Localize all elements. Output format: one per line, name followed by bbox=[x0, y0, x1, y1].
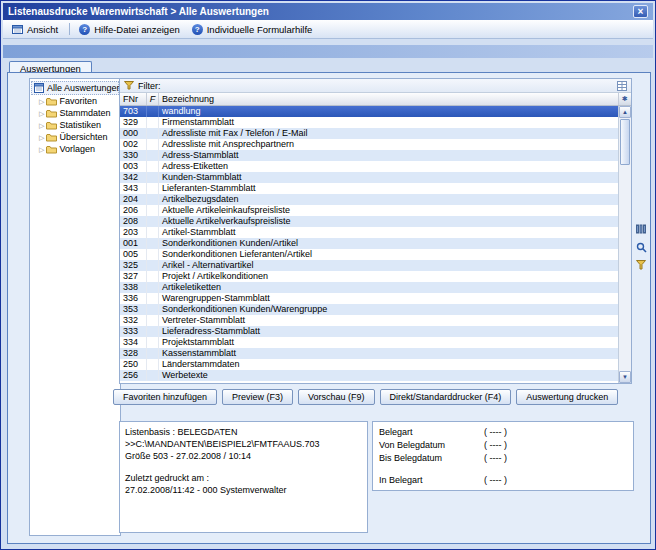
row-fnr: 203 bbox=[120, 227, 147, 238]
table-row[interactable]: 005Sonderkonditionen Lieferanten/Artikel bbox=[120, 249, 618, 260]
column-header-f[interactable]: F bbox=[147, 93, 159, 105]
row-flag bbox=[147, 205, 159, 216]
table-header: FNr F Bezeichnung ✱ bbox=[120, 93, 631, 106]
help-icon: ? bbox=[79, 24, 90, 35]
row-fnr: 000 bbox=[120, 128, 147, 139]
row-flag bbox=[147, 106, 159, 117]
row-flag bbox=[147, 238, 159, 249]
table-row[interactable]: 203Artikel-Stammblatt bbox=[120, 227, 618, 238]
table-row[interactable]: 256Werbetexte bbox=[120, 370, 618, 381]
table-row[interactable]: 333Lieferadress-Stammblatt bbox=[120, 326, 618, 337]
table-row[interactable]: 003Adress-Etiketten bbox=[120, 161, 618, 172]
tree-item-uebersichten[interactable]: ▷ Übersichten bbox=[31, 131, 119, 143]
row-bezeichnung: Warengruppen-Stammblatt bbox=[159, 293, 618, 304]
table-row[interactable]: 327Projekt / Artikelkonditionen bbox=[120, 271, 618, 282]
columns-icon[interactable] bbox=[635, 223, 647, 235]
column-header-bezeichnung[interactable]: Bezeichnung bbox=[159, 93, 618, 105]
ansicht-button[interactable]: Ansicht bbox=[7, 22, 65, 37]
tree-item-vorlagen[interactable]: ▷ Vorlagen bbox=[31, 143, 119, 155]
row-fnr: 328 bbox=[120, 348, 147, 359]
close-button[interactable]: × bbox=[633, 5, 648, 18]
tree-item-favoriten[interactable]: ▷ Favoriten bbox=[31, 95, 119, 107]
vertical-scrollbar[interactable]: ▲ ▼ bbox=[618, 106, 631, 383]
expand-icon[interactable]: ▷ bbox=[39, 133, 44, 142]
folder-icon bbox=[46, 109, 57, 118]
row-bezeichnung: Firmenstammblatt bbox=[159, 117, 618, 128]
row-bezeichnung: Artikelbezugsdaten bbox=[159, 194, 618, 205]
table-row[interactable]: 332Vertreter-Stammblatt bbox=[120, 315, 618, 326]
file-path-line: >>C:\MANDANTEN\BEISPIEL2\FMTFAAUS.703 bbox=[125, 438, 362, 450]
in-belegart-value: ( ---- ) bbox=[484, 474, 507, 487]
funnel-icon[interactable] bbox=[635, 259, 647, 271]
von-belegdatum-row: Von Belegdatum ( ---- ) bbox=[379, 439, 627, 452]
expand-icon[interactable]: ▷ bbox=[39, 145, 44, 154]
table-body: 703wandlung329Firmenstammblatt000Adressl… bbox=[120, 106, 631, 383]
table-row[interactable]: 338Artikeletiketten bbox=[120, 282, 618, 293]
search-icon[interactable] bbox=[635, 241, 647, 253]
tree-item-statistiken[interactable]: ▷ Statistiken bbox=[31, 119, 119, 131]
table-row[interactable]: 336Warengruppen-Stammblatt bbox=[120, 293, 618, 304]
table-row[interactable]: 000Adressliste mit Fax / Telefon / E-Mai… bbox=[120, 128, 618, 139]
row-bezeichnung: Kunden-Stammblatt bbox=[159, 172, 618, 183]
expand-icon[interactable]: ▷ bbox=[39, 121, 44, 130]
column-header-fnr[interactable]: FNr bbox=[120, 93, 147, 105]
row-bezeichnung: Projekt / Artikelkonditionen bbox=[159, 271, 618, 282]
row-flag bbox=[147, 150, 159, 161]
row-flag bbox=[147, 293, 159, 304]
vorschau-f9-button[interactable]: Vorschau (F9) bbox=[298, 389, 375, 405]
tree-item-stammdaten[interactable]: ▷ Stammdaten bbox=[31, 107, 119, 119]
formularhilfe-button[interactable]: ? Individuelle Formularhilfe bbox=[187, 22, 320, 37]
direkt-standarddrucker-f4-button[interactable]: Direkt/Standarddrucker (F4) bbox=[380, 389, 512, 405]
tab-strip: Auswertungen bbox=[3, 58, 653, 72]
tree-item-label: Favoriten bbox=[59, 96, 97, 106]
auswertungen-table: Filter: FNr F Bezeichnung ✱ 703wandlung3… bbox=[119, 78, 632, 384]
expand-icon[interactable]: ▷ bbox=[39, 109, 44, 118]
table-row[interactable]: 206Aktuelle Artikeleinkaufspreisliste bbox=[120, 205, 618, 216]
row-flag bbox=[147, 117, 159, 128]
formularhilfe-label: Individuelle Formularhilfe bbox=[207, 24, 313, 35]
table-row[interactable]: 328Kassenstammblatt bbox=[120, 348, 618, 359]
auswertung-drucken-button[interactable]: Auswertung drucken bbox=[516, 389, 618, 405]
help-icon: ? bbox=[192, 24, 203, 35]
row-flag bbox=[147, 183, 159, 194]
row-flag bbox=[147, 260, 159, 271]
row-bezeichnung: Länderstammdaten bbox=[159, 359, 618, 370]
row-bezeichnung: wandlung bbox=[159, 106, 618, 117]
table-row[interactable]: 343Lieferanten-Stammblatt bbox=[120, 183, 618, 194]
table-row[interactable]: 342Kunden-Stammblatt bbox=[120, 172, 618, 183]
table-row[interactable]: 325Arikel - Alternativartikel bbox=[120, 260, 618, 271]
hilfe-datei-button[interactable]: ? Hilfe-Datei anzeigen bbox=[74, 22, 187, 37]
table-row[interactable]: 353Sonderkonditionen Kunden/Warengruppe bbox=[120, 304, 618, 315]
table-row[interactable]: 703wandlung bbox=[120, 106, 618, 117]
grid-options-icon[interactable] bbox=[617, 81, 627, 91]
scroll-track[interactable] bbox=[619, 166, 631, 371]
table-row[interactable]: 204Artikelbezugsdaten bbox=[120, 194, 618, 205]
table-row[interactable]: 330Adress-Stammblatt bbox=[120, 150, 618, 161]
table-row[interactable]: 002Adressliste mit Ansprechpartnern bbox=[120, 139, 618, 150]
row-flag bbox=[147, 304, 159, 315]
table-row[interactable]: 208Aktuelle Artikelverkaufspreisliste bbox=[120, 216, 618, 227]
action-button-row: Favoriten hinzufügen Preview (F3) Vorsch… bbox=[113, 389, 618, 405]
table-rows: 703wandlung329Firmenstammblatt000Adressl… bbox=[120, 106, 618, 383]
tree-item-label: Statistiken bbox=[59, 120, 101, 130]
von-belegdatum-value: ( ---- ) bbox=[484, 439, 507, 452]
row-bezeichnung: Adress-Etiketten bbox=[159, 161, 618, 172]
scroll-down-arrow[interactable]: ▼ bbox=[619, 371, 631, 383]
row-bezeichnung: Projektstammblatt bbox=[159, 337, 618, 348]
table-row[interactable]: 329Firmenstammblatt bbox=[120, 117, 618, 128]
expand-icon[interactable]: ▷ bbox=[39, 97, 44, 106]
tree-item-label: Stammdaten bbox=[59, 108, 110, 118]
tree-root-alle-auswertungen[interactable]: Alle Auswertungen bbox=[31, 81, 119, 95]
table-row[interactable]: 001Sonderkonditionen Kunden/Artikel bbox=[120, 238, 618, 249]
preview-f3-button[interactable]: Preview (F3) bbox=[222, 389, 293, 405]
row-bezeichnung: Lieferadress-Stammblatt bbox=[159, 326, 618, 337]
scroll-up-arrow[interactable]: ▲ bbox=[619, 106, 631, 118]
row-bezeichnung: Adressliste mit Ansprechpartnern bbox=[159, 139, 618, 150]
tree-root-label: Alle Auswertungen bbox=[47, 83, 121, 93]
favoriten-hinzufuegen-button[interactable]: Favoriten hinzufügen bbox=[113, 389, 217, 405]
scroll-thumb[interactable] bbox=[620, 119, 630, 165]
column-options-button[interactable]: ✱ bbox=[618, 93, 631, 105]
table-row[interactable]: 250Länderstammdaten bbox=[120, 359, 618, 370]
table-row[interactable]: 334Projektstammblatt bbox=[120, 337, 618, 348]
row-flag bbox=[147, 139, 159, 150]
